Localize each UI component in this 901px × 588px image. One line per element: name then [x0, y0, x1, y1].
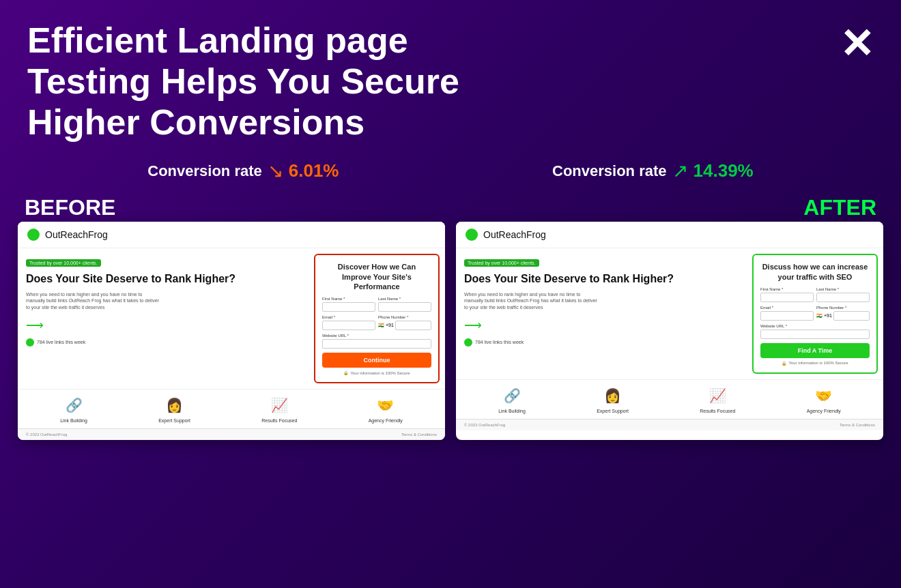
after-email-group: Email *	[760, 306, 814, 321]
after-live-dot	[464, 338, 472, 347]
before-body: When you need to rank higher and you hav…	[26, 291, 162, 311]
before-phone-label: Phone Number *	[378, 315, 431, 319]
before-footer-left: © 2023 OutReachFrog	[26, 432, 67, 437]
after-footer-right: Terms & Conditions	[840, 423, 875, 427]
lock-icon: 🔒	[343, 370, 348, 375]
after-form-box: Discuss how we can increase your traffic…	[752, 254, 878, 374]
after-logo-dot	[466, 229, 478, 241]
before-phone-row: 🇮🇳 +91	[378, 321, 431, 330]
after-icon-link-building: 🔗 Link Building	[498, 385, 526, 413]
link-building-icon: 🔗	[61, 395, 86, 415]
main-title: Efficient Landing page Testing Helps You…	[27, 20, 505, 143]
after-name-row: First Name * Last Name *	[760, 287, 870, 302]
before-phone-input[interactable]	[395, 321, 431, 330]
after-link-building-label: Link Building	[498, 409, 526, 413]
results-focused-icon: 📈	[267, 395, 291, 415]
before-form-box: Discover How we Can Improve Your Site's …	[314, 254, 440, 383]
before-logo-dot	[27, 229, 40, 241]
before-icon-expert-support: 👩 Expert Support	[158, 395, 190, 423]
after-lp-content: Trusted by over 10,000+ clients. Does Yo…	[456, 248, 883, 379]
after-lastname-input[interactable]	[816, 293, 870, 302]
expert-support-icon: 👩	[162, 395, 187, 415]
before-live-links: 784 live links this week	[26, 338, 300, 347]
after-headline: Does Your Site Deserve to Rank Higher?	[464, 272, 739, 285]
after-logo-text: OutReachFrog	[483, 229, 546, 240]
after-screenshot: OutReachFrog Trusted by over 10,000+ cli…	[456, 222, 883, 440]
after-phone-label: Phone Number *	[816, 306, 870, 310]
after-lp-right: Discuss how we can increase your traffic…	[747, 248, 883, 379]
before-results-focused-label: Results Focused	[261, 418, 297, 423]
after-phone-group: Phone Number * 🇮🇳 +91	[816, 306, 870, 321]
after-footer-left: © 2023 OutReachFrog	[464, 423, 505, 427]
after-form-title: Discuss how we can increase your traffic…	[760, 262, 870, 282]
before-footer-right: Terms & Conditions	[401, 432, 437, 437]
after-lp-left: Trusted by over 10,000+ clients. Does Yo…	[456, 248, 747, 379]
after-live-links: 784 live links this week	[464, 338, 739, 347]
before-conversion-label: Conversion rate	[147, 162, 262, 180]
before-lp-right: Discover How we Can Improve Your Site's …	[309, 248, 445, 389]
after-arrow-green: ⟶	[464, 318, 739, 333]
before-lp-content: Trusted by over 10,000+ clients. Does Yo…	[18, 248, 445, 389]
after-cta-button[interactable]: Find A Time	[760, 343, 870, 358]
before-lastname-label: Last Name *	[378, 297, 431, 301]
after-conversion: Conversion rate ↗ 14.39%	[552, 160, 754, 182]
after-link-building-icon: 🔗	[500, 385, 524, 406]
before-firstname-input[interactable]	[322, 302, 375, 312]
before-logo-text: OutReachFrog	[45, 229, 108, 240]
header: Efficient Landing page Testing Helps You…	[0, 0, 901, 156]
after-phone-input[interactable]	[833, 311, 870, 321]
after-flag-icon: 🇮🇳 +91	[816, 313, 832, 319]
before-firstname-group: First Name *	[322, 297, 375, 312]
after-email-label: Email *	[760, 306, 814, 310]
before-icon-link-building: 🔗 Link Building	[60, 395, 87, 423]
before-cta-button[interactable]: Continue	[322, 353, 431, 368]
before-conversion-value: 6.01%	[289, 160, 339, 181]
after-lp-header: OutReachFrog	[456, 222, 883, 248]
before-icons-row: 🔗 Link Building 👩 Expert Support 📈 Resul…	[18, 389, 445, 428]
after-agency-friendly-label: Agency Friendly	[807, 409, 841, 413]
before-email-group: Email *	[322, 315, 375, 330]
before-phone-group: Phone Number * 🇮🇳 +91	[378, 315, 431, 330]
after-conversion-label: Conversion rate	[552, 162, 667, 180]
screenshots-row: OutReachFrog Trusted by over 10,000+ cli…	[0, 222, 901, 440]
after-lastname-group: Last Name *	[816, 287, 870, 302]
after-icon-expert-support: 👩 Expert Support	[597, 385, 629, 413]
before-website-group: Website URL *	[322, 334, 431, 349]
after-icon-results-focused: 📈 Results Focused	[700, 385, 735, 413]
before-flag-icon: 🇮🇳 +91	[378, 323, 394, 328]
after-lastname-label: Last Name *	[816, 287, 870, 291]
before-link-building-label: Link Building	[60, 418, 87, 423]
after-firstname-label: First Name *	[760, 287, 814, 291]
after-icon-agency-friendly: 🤝 Agency Friendly	[807, 385, 841, 413]
after-expert-support-label: Expert Support	[597, 409, 629, 413]
agency-friendly-icon: 🤝	[373, 395, 398, 415]
before-firstname-label: First Name *	[322, 297, 375, 301]
after-body: When you need to rank higher and you hav…	[464, 291, 601, 311]
before-badge: Trusted by over 10,000+ clients.	[26, 259, 101, 267]
before-agency-friendly-label: Agency Friendly	[369, 418, 403, 423]
before-name-row: First Name * Last Name *	[322, 297, 431, 312]
before-expert-support-label: Expert Support	[158, 418, 190, 423]
before-website-input[interactable]	[322, 339, 431, 349]
before-email-input[interactable]	[322, 321, 375, 330]
after-lock-icon: 🔒	[782, 361, 786, 366]
conversion-section: Conversion rate ↘ 6.01% Conversion rate …	[0, 156, 901, 192]
after-email-input[interactable]	[760, 311, 814, 321]
before-label: BEFORE	[18, 195, 115, 220]
after-results-focused-icon: 📈	[705, 385, 730, 406]
after-badge: Trusted by over 10,000+ clients.	[464, 259, 539, 267]
after-firstname-input[interactable]	[760, 293, 814, 302]
after-label: AFTER	[803, 195, 883, 220]
before-conversion: Conversion rate ↘ 6.01%	[147, 160, 339, 182]
after-conversion-value: 14.39%	[693, 160, 754, 181]
before-email-label: Email *	[322, 315, 375, 319]
before-lp-header: OutReachFrog	[18, 222, 445, 248]
before-form-title: Discover How we Can Improve Your Site's …	[322, 262, 431, 291]
after-results-focused-label: Results Focused	[700, 409, 735, 413]
after-agency-friendly-icon: 🤝	[812, 385, 836, 406]
after-expert-support-icon: 👩	[601, 385, 625, 406]
down-arrow-icon: ↘	[268, 160, 283, 182]
before-lastname-input[interactable]	[378, 302, 431, 312]
after-firstname-group: First Name *	[760, 287, 814, 302]
after-website-input[interactable]	[760, 329, 870, 339]
